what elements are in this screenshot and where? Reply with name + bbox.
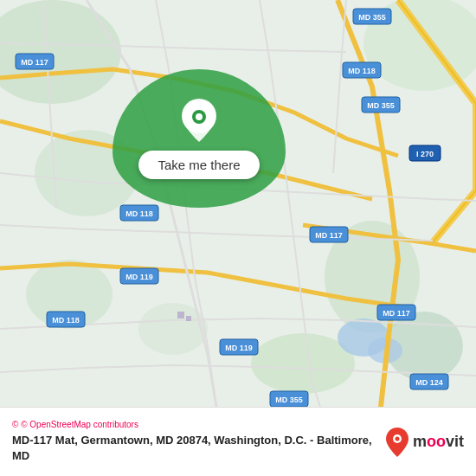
svg-point-43: [395, 436, 399, 441]
svg-text:MD 124: MD 124: [415, 378, 443, 387]
moovit-pin-icon: [385, 427, 409, 458]
svg-point-41: [196, 113, 203, 120]
svg-rect-37: [177, 312, 184, 318]
map-svg: MD 117 MD 355 MD 118 MD 355 I 270 MD 118…: [0, 0, 476, 407]
moovit-accent: oo: [427, 433, 446, 450]
svg-text:MD 119: MD 119: [225, 344, 253, 352]
svg-text:MD 118: MD 118: [348, 67, 376, 75]
svg-text:MD 118: MD 118: [52, 316, 80, 325]
svg-text:MD 355: MD 355: [367, 101, 395, 110]
location-title: MD-117 Mat, Germantown, MD 20874, Washin…: [12, 433, 385, 464]
copyright-symbol: ©: [12, 420, 18, 429]
svg-text:MD 118: MD 118: [125, 209, 153, 218]
moovit-logo: moovit: [385, 427, 464, 458]
copyright-text: © © OpenStreetMap contributors: [12, 420, 385, 429]
svg-text:MD 117: MD 117: [315, 231, 343, 240]
osm-credit: © OpenStreetMap contributors: [21, 420, 138, 429]
footer-left: © © OpenStreetMap contributors MD-117 Ma…: [12, 420, 385, 464]
svg-text:MD 119: MD 119: [125, 273, 153, 281]
take-me-there-button[interactable]: Take me there: [138, 151, 259, 179]
footer: © © OpenStreetMap contributors MD-117 Ma…: [0, 407, 476, 476]
svg-text:MD 355: MD 355: [275, 396, 303, 404]
map-area: MD 117 MD 355 MD 118 MD 355 I 270 MD 118…: [0, 0, 476, 407]
svg-text:MD 355: MD 355: [358, 13, 386, 22]
svg-text:MD 117: MD 117: [383, 309, 410, 318]
moovit-brand-text: moovit: [413, 433, 464, 451]
svg-rect-38: [186, 316, 191, 321]
svg-text:MD 117: MD 117: [21, 58, 48, 67]
svg-text:I 270: I 270: [416, 150, 434, 158]
location-pin-icon: [180, 99, 218, 144]
